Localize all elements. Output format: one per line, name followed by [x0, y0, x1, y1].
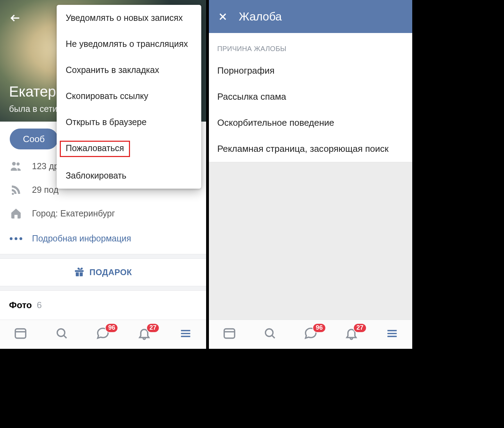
city-row[interactable]: Город: Екатеринбург — [0, 201, 206, 225]
gift-button[interactable]: ПОДАРОК — [0, 259, 206, 286]
menu-item-copy-link[interactable]: Скопировать ссылку — [57, 83, 201, 109]
search-icon — [263, 327, 277, 340]
bottom-nav: 96 27 — [0, 320, 206, 347]
reason-ad-page[interactable]: Рекламная страница, засоряющая поиск — [209, 136, 412, 162]
gift-icon — [74, 267, 84, 278]
reason-list: Порнография Рассылка спама Оскорбительно… — [209, 58, 412, 162]
menu-item-report[interactable]: Пожаловаться — [57, 135, 201, 163]
hamburger-icon — [385, 327, 399, 340]
photos-label: Фото — [9, 300, 32, 311]
reason-offensive[interactable]: Оскорбительное поведение — [209, 110, 412, 136]
nav-notifications[interactable]: 27 — [342, 324, 361, 343]
nav-search[interactable] — [52, 324, 72, 343]
feed-icon — [222, 327, 236, 340]
badge-messages: 96 — [105, 323, 118, 333]
badge-messages: 96 — [312, 323, 326, 333]
hamburger-icon — [179, 327, 193, 340]
menu-item-block[interactable]: Заблокировать — [57, 163, 201, 189]
empty-area — [209, 162, 412, 343]
friends-text: 123 др — [32, 161, 59, 171]
nav-feed[interactable] — [11, 324, 30, 343]
more-info-label: Подробная информация — [32, 233, 131, 244]
photos-count: 6 — [37, 300, 42, 311]
city-text: Город: Екатеринбург — [32, 208, 115, 219]
nav-messages[interactable]: 96 — [93, 324, 113, 343]
close-icon — [218, 12, 228, 22]
friends-icon — [10, 160, 22, 172]
message-button[interactable]: Сооб — [10, 129, 58, 149]
gift-label: ПОДАРОК — [89, 268, 132, 277]
search-icon — [55, 327, 69, 340]
menu-item-bookmark[interactable]: Сохранить в закладках — [57, 57, 201, 83]
nav-menu[interactable] — [176, 324, 195, 343]
nav-menu[interactable] — [382, 324, 402, 343]
profile-name: Екатери — [9, 83, 64, 100]
arrow-left-icon — [9, 12, 21, 24]
phone-right-report: Жалоба ПРИЧИНА ЖАЛОБЫ Порнография Рассыл… — [206, 0, 412, 349]
feed-icon — [14, 327, 27, 340]
home-icon — [10, 207, 22, 220]
nav-notifications[interactable]: 27 — [135, 324, 154, 343]
toolbar-title: Жалоба — [239, 10, 282, 23]
menu-item-open-browser[interactable]: Открыть в браузере — [57, 109, 201, 135]
toolbar: Жалоба — [209, 0, 412, 33]
dots-icon — [10, 237, 22, 240]
divider — [0, 286, 206, 291]
badge-notifications: 27 — [353, 323, 366, 333]
more-info-row[interactable]: Подробная информация — [0, 225, 206, 254]
nav-messages[interactable]: 96 — [301, 324, 320, 343]
reason-spam[interactable]: Рассылка спама — [209, 84, 412, 110]
phone-left-profile: Екатери была в сети Сооб 123 др 29 под Г… — [0, 0, 206, 349]
close-button[interactable] — [216, 10, 230, 24]
svg-rect-0 — [15, 329, 26, 338]
menu-item-report-label: Пожаловаться — [60, 141, 130, 157]
badge-notifications: 27 — [146, 323, 160, 333]
photos-section-header[interactable]: Фото 6 — [0, 291, 206, 311]
menu-item-notify-posts[interactable]: Уведомлять о новых записях — [57, 5, 201, 31]
nav-feed[interactable] — [220, 324, 239, 343]
overflow-menu-dropdown: Уведомлять о новых записях Не уведомлять… — [57, 5, 201, 189]
svg-rect-2 — [224, 329, 235, 338]
rss-icon — [10, 183, 22, 196]
report-reason-label: ПРИЧИНА ЖАЛОБЫ — [209, 33, 412, 58]
last-seen-text: была в сети — [9, 104, 57, 114]
menu-item-mute-streams[interactable]: Не уведомлять о трансляциях — [57, 31, 201, 57]
reason-porn[interactable]: Порнография — [209, 58, 412, 84]
nav-search[interactable] — [260, 324, 280, 343]
divider — [0, 254, 206, 259]
subscribers-text: 29 под — [32, 185, 58, 195]
back-button[interactable] — [8, 10, 23, 26]
bottom-nav: 96 27 — [209, 320, 412, 347]
